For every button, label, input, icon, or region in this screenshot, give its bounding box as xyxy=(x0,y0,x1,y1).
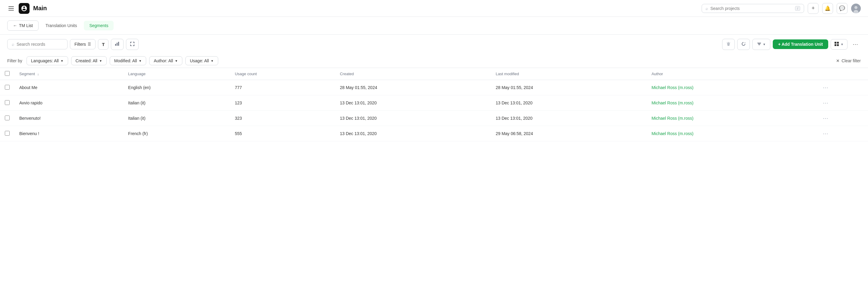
row-more-button[interactable]: ⋯ xyxy=(823,100,828,106)
refresh-button[interactable] xyxy=(737,39,750,50)
row-checkbox-cell xyxy=(0,126,14,141)
author-link[interactable]: Michael Ross (m.ross) xyxy=(652,131,693,136)
author-header-label: Author xyxy=(652,72,663,76)
row-more-button[interactable]: ⋯ xyxy=(823,84,828,91)
author-link[interactable]: Michael Ross (m.ross) xyxy=(652,85,693,90)
row-checkbox[interactable] xyxy=(5,115,10,120)
row-checkbox-cell xyxy=(0,111,14,126)
bar-chart-button[interactable] xyxy=(111,39,124,50)
select-all-checkbox[interactable] xyxy=(5,71,10,76)
row-more-button[interactable]: ⋯ xyxy=(823,115,828,121)
row-checkbox[interactable] xyxy=(5,100,10,105)
search-records-icon: ⌕ xyxy=(12,42,14,47)
usage-filter[interactable]: Usage: All ▼ xyxy=(185,56,218,65)
svg-rect-6 xyxy=(835,42,836,44)
delete-button[interactable] xyxy=(722,39,735,50)
author-link[interactable]: Michael Ross (m.ross) xyxy=(652,101,693,105)
usage-filter-label: Usage: All xyxy=(190,58,209,63)
row-last-modified: 13 Dec 13:01, 2020 xyxy=(491,95,647,111)
view-toggle-button[interactable]: ▼ xyxy=(831,39,847,50)
svg-rect-7 xyxy=(837,42,839,44)
created-chevron-icon: ▼ xyxy=(99,59,102,63)
filter-by-label: Filter by xyxy=(7,58,22,63)
text-size-icon: T xyxy=(102,42,104,47)
row-actions: ⋯ xyxy=(818,95,868,111)
modified-filter[interactable]: Modified: All ▼ xyxy=(110,56,146,65)
row-language: Italian (it) xyxy=(123,111,230,126)
row-segment: About Me xyxy=(14,80,123,95)
tab-tm-list[interactable]: ← TM List xyxy=(7,21,38,31)
row-last-modified: 29 May 06:58, 2024 xyxy=(491,126,647,141)
search-records-input[interactable] xyxy=(17,42,63,47)
tm-list-label: TM List xyxy=(19,23,33,28)
language-header-label: Language xyxy=(128,72,146,76)
languages-filter[interactable]: Languages: All ▼ xyxy=(27,56,68,65)
modified-filter-label: Modified: All xyxy=(114,58,137,63)
clear-filter-button[interactable]: ✕ Clear filter xyxy=(836,58,861,63)
language-column-header: Language xyxy=(123,68,230,80)
created-filter[interactable]: Created: All ▼ xyxy=(71,56,107,65)
row-last-modified: 28 May 01:55, 2024 xyxy=(491,80,647,95)
sort-button[interactable]: ▼ xyxy=(752,39,770,50)
segment-sort-icon: ↓ xyxy=(37,72,39,76)
avatar[interactable] xyxy=(851,4,861,13)
row-language: Italian (it) xyxy=(123,95,230,111)
row-checkbox[interactable] xyxy=(5,131,10,136)
svg-rect-8 xyxy=(835,44,836,46)
table-row: Avvio rapido Italian (it) 123 13 Dec 13:… xyxy=(0,95,868,111)
expand-button[interactable] xyxy=(126,39,138,50)
row-author: Michael Ross (m.ross) xyxy=(647,126,818,141)
app-title: Main xyxy=(33,5,47,12)
sub-navigation: ← TM List Translation Units Segments xyxy=(0,17,868,35)
bell-icon: 🔔 xyxy=(825,5,831,11)
expand-icon xyxy=(130,41,135,47)
author-link[interactable]: Michael Ross (m.ross) xyxy=(652,116,693,121)
toolbar: ⌕ Filters ☰ T xyxy=(0,35,868,54)
filters-label: Filters xyxy=(74,42,86,47)
add-translation-unit-button[interactable]: + Add Translation Unit xyxy=(773,39,828,49)
table-container: Segment ↓ Language Usage count Created L… xyxy=(0,68,868,141)
font-size-button[interactable]: T xyxy=(98,39,108,50)
refresh-icon xyxy=(741,41,746,47)
segments-table: Segment ↓ Language Usage count Created L… xyxy=(0,68,868,141)
grid-view-icon xyxy=(835,42,839,47)
actions-column-header xyxy=(818,68,868,80)
row-actions: ⋯ xyxy=(818,126,868,141)
created-column-header: Created xyxy=(335,68,491,80)
created-filter-label: Created: All xyxy=(76,58,97,63)
chat-button[interactable]: 💬 xyxy=(837,3,847,14)
segment-column-header[interactable]: Segment ↓ xyxy=(14,68,123,80)
author-filter[interactable]: Author: All ▼ xyxy=(149,56,182,65)
filter-row: Filter by Languages: All ▼ Created: All … xyxy=(0,54,868,68)
row-actions: ⋯ xyxy=(818,80,868,95)
add-translation-unit-label: + Add Translation Unit xyxy=(778,42,823,47)
tab-segments[interactable]: Segments xyxy=(84,21,114,30)
more-options-button[interactable]: ⋯ xyxy=(850,38,861,50)
add-button[interactable]: + xyxy=(808,3,818,14)
chat-icon: 💬 xyxy=(839,5,845,11)
row-created: 13 Dec 13:01, 2020 xyxy=(335,126,491,141)
row-created: 13 Dec 13:01, 2020 xyxy=(335,95,491,111)
svg-rect-4 xyxy=(117,43,118,46)
tab-translation-units[interactable]: Translation Units xyxy=(40,21,83,31)
plus-icon: + xyxy=(812,5,815,11)
clear-filter-label: Clear filter xyxy=(841,58,861,63)
filter-icon: ☰ xyxy=(88,42,91,46)
row-checkbox[interactable] xyxy=(5,85,10,89)
row-author: Michael Ross (m.ross) xyxy=(647,80,818,95)
search-projects-input[interactable] xyxy=(710,6,793,11)
notifications-button[interactable]: 🔔 xyxy=(822,3,833,14)
hamburger-menu-button[interactable] xyxy=(7,5,15,12)
usage-chevron-icon: ▼ xyxy=(211,59,214,63)
app-logo xyxy=(19,3,30,14)
select-all-header xyxy=(0,68,14,80)
search-records-container: ⌕ xyxy=(7,39,67,49)
svg-point-1 xyxy=(855,6,858,9)
row-checkbox-cell xyxy=(0,95,14,111)
top-navigation: Main ⌕ / + 🔔 💬 xyxy=(0,0,868,17)
row-author: Michael Ross (m.ross) xyxy=(647,95,818,111)
segment-header-label: Segment xyxy=(19,72,35,76)
filters-button[interactable]: Filters ☰ xyxy=(70,39,96,49)
row-more-button[interactable]: ⋯ xyxy=(823,130,828,137)
row-segment: Avvio rapido xyxy=(14,95,123,111)
